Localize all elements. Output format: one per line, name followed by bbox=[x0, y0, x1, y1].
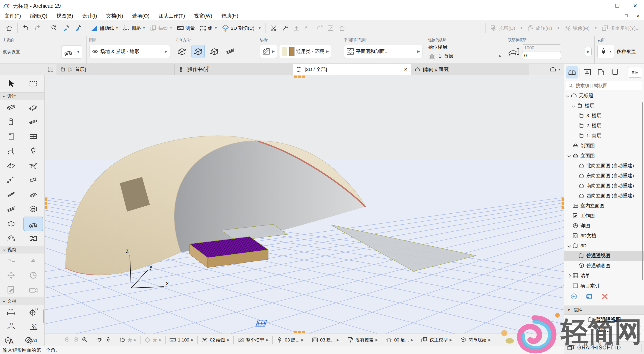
tree-item-schedules[interactable]: 清单 bbox=[564, 271, 644, 281]
tree-item-details[interactable]: 详图 bbox=[564, 221, 644, 231]
top-elevation-field[interactable] bbox=[522, 44, 561, 51]
adjust-button[interactable] bbox=[291, 22, 302, 34]
mirror-button[interactable]: 镜像(M)▼ bbox=[562, 22, 599, 34]
menu-window[interactable]: 视窗(W) bbox=[190, 12, 216, 19]
tree-item-stories[interactable]: 楼层 bbox=[564, 101, 644, 111]
close-button[interactable]: ✕ bbox=[626, 0, 644, 12]
tree-item-3d-documents[interactable]: 3D文档 bbox=[564, 231, 644, 241]
camera-tool[interactable] bbox=[24, 283, 43, 297]
trace-button[interactable]: 描绘▼ bbox=[148, 22, 175, 34]
zoom-in-icon[interactable] bbox=[82, 337, 88, 343]
home-story-expand[interactable]: ▶ bbox=[499, 54, 502, 58]
slab-tool[interactable] bbox=[24, 100, 43, 115]
worksheet-tool[interactable] bbox=[1, 283, 21, 297]
new-tab-view-button[interactable]: ▼ bbox=[550, 64, 561, 75]
redo-button[interactable] bbox=[32, 22, 44, 34]
find-select-button[interactable] bbox=[48, 22, 60, 34]
door-tool[interactable] bbox=[1, 129, 21, 144]
graphic-override-selector[interactable]: 没有覆盖▶ bbox=[346, 337, 380, 343]
rotate-button[interactable]: 旋转(R)▼ bbox=[525, 22, 562, 34]
properties-header[interactable]: ▼属性 bbox=[564, 306, 644, 315]
multiply-button[interactable]: 多重复制(Y)... bbox=[599, 22, 642, 34]
resize-button[interactable] bbox=[325, 22, 336, 34]
fillet-button[interactable] bbox=[314, 22, 325, 34]
tree-scrollbar[interactable] bbox=[642, 102, 643, 280]
hotlink-master-selector[interactable]: 仅主模型▶ bbox=[420, 337, 454, 343]
intersect-button[interactable] bbox=[302, 22, 314, 34]
tree-item-sections[interactable]: 剖面图 bbox=[564, 141, 644, 151]
group-button[interactable]: 组▼ bbox=[197, 22, 220, 34]
cutaway-3d-button[interactable]: 3D 剖切(C)▼ bbox=[220, 22, 264, 34]
guide-lines-button[interactable]: 辅助线▼ bbox=[88, 22, 120, 34]
zoom-forward-icon[interactable] bbox=[73, 337, 80, 343]
layer-selector[interactable]: 场地 & 景观 - 地形 ▶ bbox=[89, 45, 170, 58]
menu-file[interactable]: 文件(F) bbox=[0, 12, 26, 19]
pickup-parameters-button[interactable] bbox=[60, 22, 72, 34]
top-bottom-expand[interactable]: ▶ bbox=[585, 47, 592, 56]
tree-item-elev-east[interactable]: 东向立面图 (自动重建) bbox=[564, 171, 644, 181]
navigator-menu-button[interactable]: ≡▶ bbox=[628, 67, 642, 78]
tab-south-elevation[interactable]: [南向立面图] bbox=[411, 64, 529, 75]
roof-tool[interactable] bbox=[1, 158, 21, 173]
structure-type-button[interactable]: ▶ bbox=[260, 45, 277, 58]
building-material-selector[interactable]: 通用类 - 环境 ▶ bbox=[279, 45, 331, 58]
palette-handle-left[interactable] bbox=[45, 198, 47, 209]
column-tool[interactable] bbox=[1, 115, 21, 129]
tree-item-elev-north[interactable]: 北向立面图 (自动重建) bbox=[564, 161, 644, 171]
doc-restore-button[interactable]: □ bbox=[620, 13, 632, 18]
scale-selector[interactable]: 1:100▶ bbox=[168, 337, 195, 343]
tree-item-worksheets[interactable]: 工作图 bbox=[564, 211, 644, 221]
grid-button[interactable]: 栅格▼ bbox=[120, 22, 148, 34]
skylight-tool[interactable] bbox=[24, 187, 43, 202]
geometry-method-rotated[interactable] bbox=[208, 45, 221, 58]
spot-level-tool[interactable] bbox=[3, 335, 13, 345]
toolbox-section-document[interactable]: 文档 bbox=[0, 297, 44, 305]
menu-options[interactable]: 选项(O) bbox=[128, 12, 154, 19]
layout-book-button[interactable] bbox=[595, 66, 607, 78]
zoom-back-icon[interactable] bbox=[64, 337, 71, 343]
detail-tool[interactable] bbox=[24, 268, 43, 283]
palette-handle-right[interactable] bbox=[562, 198, 564, 209]
plan-display-selector[interactable]: 平面图和剖面... ▶ bbox=[344, 45, 422, 58]
menu-edit[interactable]: 编辑(Q) bbox=[26, 12, 52, 19]
mesh-tool[interactable] bbox=[24, 217, 43, 231]
elevation-tool[interactable] bbox=[24, 253, 43, 268]
toolbox-section-window[interactable]: 视窗 bbox=[0, 246, 44, 253]
geometry-method-rectangle[interactable] bbox=[192, 45, 205, 58]
menu-teamwork[interactable]: 团队工作(T) bbox=[154, 12, 190, 19]
tree-item-story3[interactable]: 3. 楼层 bbox=[564, 111, 644, 121]
default-settings-label[interactable]: 默认设置 bbox=[3, 49, 20, 55]
curtain-wall-tool[interactable] bbox=[1, 187, 21, 202]
view-map-button[interactable] bbox=[581, 66, 594, 78]
edit-home-button[interactable] bbox=[336, 22, 348, 34]
tree-item-story1[interactable]: 1. 首层 bbox=[564, 131, 644, 141]
tree-item-elev-west[interactable]: 西向立面图 (自动重建) bbox=[564, 191, 644, 201]
trim-button[interactable] bbox=[268, 22, 280, 34]
menu-view[interactable]: 视图(B) bbox=[52, 12, 78, 19]
wall-tool[interactable] bbox=[1, 100, 21, 115]
publisher-button[interactable] bbox=[608, 66, 621, 78]
interior-elevation-tool[interactable] bbox=[1, 268, 21, 283]
orbit-icon[interactable] bbox=[96, 337, 103, 343]
tree-item-story2[interactable]: 2. 楼层 bbox=[564, 121, 644, 131]
add-view-button[interactable] bbox=[570, 293, 578, 300]
tab-overview-button[interactable] bbox=[45, 64, 56, 75]
angle-dimension-tool[interactable] bbox=[24, 320, 43, 334]
geometry-method-regular[interactable] bbox=[224, 45, 236, 58]
home-story-value[interactable]: 1. 首层 bbox=[438, 53, 454, 59]
tab-close-icon[interactable]: ✕ bbox=[404, 67, 408, 72]
style-3d-selector[interactable]: 无▶ bbox=[143, 337, 163, 343]
menu-help[interactable]: 帮助(H) bbox=[217, 12, 243, 19]
curtain-grid-tool[interactable] bbox=[1, 202, 21, 217]
renovation-filter-selector[interactable]: 00 显...▶ bbox=[384, 337, 415, 343]
window-tool[interactable] bbox=[24, 129, 43, 144]
beam-tool[interactable] bbox=[24, 115, 43, 129]
tree-item-elevations[interactable]: 立面图 bbox=[564, 151, 644, 161]
restore-button[interactable]: ❐ bbox=[608, 0, 626, 12]
model-view-options-selector[interactable]: 03 建...▶ bbox=[310, 337, 341, 343]
railing-tool[interactable] bbox=[24, 173, 43, 187]
panel-tool[interactable] bbox=[1, 217, 21, 231]
surface-override-button[interactable]: ▼ bbox=[597, 45, 614, 58]
search-input[interactable] bbox=[575, 83, 632, 88]
opening-tool[interactable] bbox=[24, 202, 43, 217]
